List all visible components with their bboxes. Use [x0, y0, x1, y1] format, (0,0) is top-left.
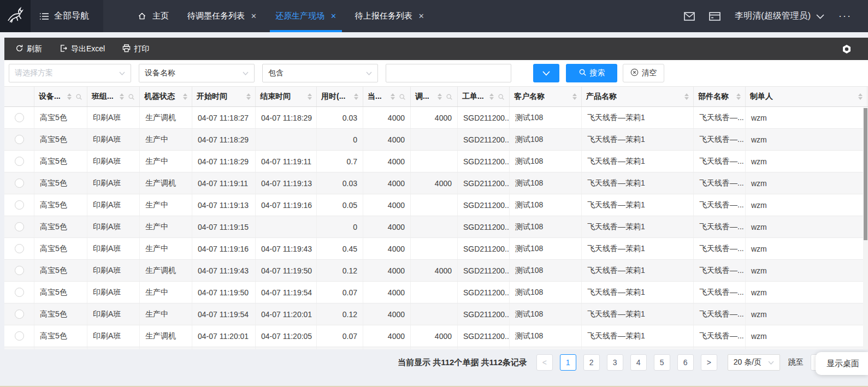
- app-logo[interactable]: [0, 0, 31, 32]
- row-radio[interactable]: [15, 178, 24, 188]
- page-button-3[interactable]: 3: [607, 354, 623, 371]
- row-radio[interactable]: [15, 309, 24, 319]
- table-row[interactable]: 高宝5色印刷A班生产中04-07 11:19:5004-07 11:19:540…: [4, 282, 868, 303]
- sort-icon[interactable]: [67, 93, 72, 100]
- column-search-icon[interactable]: [399, 93, 406, 100]
- row-radio[interactable]: [15, 200, 24, 210]
- page-button-5[interactable]: 5: [654, 354, 670, 371]
- sort-icon[interactable]: [572, 93, 577, 100]
- row-radio[interactable]: [15, 331, 24, 341]
- tab-close-icon[interactable]: ✕: [418, 12, 424, 20]
- column-header-product[interactable]: 产品名称: [582, 87, 694, 106]
- column-header-part[interactable]: 部件名称: [694, 87, 746, 106]
- clear-button[interactable]: 清空: [623, 64, 664, 82]
- page-button-1[interactable]: 1: [560, 354, 576, 371]
- row-radio[interactable]: [15, 288, 24, 297]
- page-size-select[interactable]: 20 条/页: [728, 354, 780, 371]
- mail-icon[interactable]: [684, 12, 695, 21]
- sort-icon[interactable]: [120, 93, 124, 100]
- table-row[interactable]: 高宝5色印刷A班生产调机04-07 11:20:0104-07 11:20:05…: [4, 325, 868, 347]
- sort-icon[interactable]: [354, 93, 358, 100]
- column-search-icon[interactable]: [498, 93, 505, 100]
- sort-icon[interactable]: [684, 93, 689, 100]
- column-header-adjust[interactable]: 调...: [411, 87, 458, 106]
- export-excel-button[interactable]: 导出Excel: [60, 44, 105, 54]
- page-button-4[interactable]: 4: [630, 354, 647, 371]
- sort-icon[interactable]: [489, 93, 494, 100]
- table-row[interactable]: 高宝5色印刷A班生产调机04-07 11:19:1104-07 11:19:13…: [4, 172, 868, 194]
- user-menu[interactable]: 李明清(超级管理员): [735, 10, 824, 22]
- nav-menu-button[interactable]: 全部导航: [31, 0, 103, 32]
- sort-icon[interactable]: [183, 93, 187, 100]
- row-radio[interactable]: [15, 113, 24, 122]
- nav-tab[interactable]: 还原生产现场✕: [266, 0, 346, 32]
- row-select-cell[interactable]: [4, 216, 34, 237]
- nav-tab[interactable]: 主页: [128, 0, 178, 32]
- column-header-end[interactable]: 结束时间: [256, 87, 317, 106]
- operator-select[interactable]: 包含: [262, 64, 378, 82]
- table-row[interactable]: 高宝5色印刷A班生产中04-07 11:19:1504000SGD211200.…: [4, 216, 868, 238]
- row-radio[interactable]: [15, 157, 24, 166]
- sort-icon[interactable]: [308, 93, 312, 100]
- column-search-icon[interactable]: [446, 93, 453, 100]
- table-row[interactable]: 高宝5色印刷A班生产调机04-07 11:19:4304-07 11:19:50…: [4, 260, 868, 282]
- row-select-cell[interactable]: [4, 107, 34, 128]
- sort-icon[interactable]: [736, 93, 741, 100]
- page-button-2[interactable]: 2: [583, 354, 600, 371]
- column-header-status[interactable]: 机器状态: [140, 87, 192, 106]
- sort-icon[interactable]: [858, 93, 863, 100]
- next-page-button[interactable]: >: [701, 354, 717, 371]
- row-select-cell[interactable]: [4, 282, 34, 303]
- column-header-customer[interactable]: 客户名称: [510, 87, 582, 106]
- table-row[interactable]: 高宝5色印刷A班生产中04-07 11:19:1304-07 11:19:160…: [4, 194, 868, 216]
- tab-close-icon[interactable]: ✕: [251, 12, 257, 20]
- sort-icon[interactable]: [246, 93, 251, 100]
- row-radio[interactable]: [15, 222, 24, 231]
- row-select-cell[interactable]: [4, 172, 34, 194]
- column-header-duration[interactable]: 用时(...: [317, 87, 363, 106]
- column-header-current[interactable]: 当...: [363, 87, 411, 106]
- keyword-input[interactable]: [386, 64, 511, 82]
- id-card-icon[interactable]: [709, 12, 721, 21]
- vertical-scrollbar[interactable]: [863, 108, 868, 349]
- row-select-cell[interactable]: [4, 194, 34, 216]
- row-select-cell[interactable]: [4, 238, 34, 259]
- scheme-select[interactable]: 请选择方案: [9, 64, 131, 82]
- column-header-start[interactable]: 开始时间: [192, 87, 256, 106]
- row-select-cell[interactable]: [4, 260, 34, 281]
- page-button-6[interactable]: 6: [677, 354, 694, 371]
- field-select[interactable]: 设备名称: [139, 64, 255, 82]
- column-header-creator[interactable]: 制单人: [746, 87, 867, 106]
- more-menu-icon[interactable]: ···: [839, 10, 852, 22]
- scrollbar-thumb[interactable]: [864, 108, 867, 240]
- print-button[interactable]: 打印: [122, 44, 149, 54]
- nav-tab[interactable]: 待调墨任务列表✕: [178, 0, 266, 32]
- table-settings-gear-icon[interactable]: [842, 44, 868, 54]
- table-row[interactable]: 高宝5色印刷A班生产中04-07 11:18:2904-07 11:19:110…: [4, 151, 868, 172]
- nav-tab[interactable]: 待上报任务列表✕: [346, 0, 434, 32]
- prev-page-button[interactable]: <: [536, 354, 553, 371]
- column-header-device[interactable]: 设备...: [34, 87, 87, 106]
- column-header-order[interactable]: 工单...: [458, 87, 510, 106]
- column-header-team[interactable]: 班组...: [87, 87, 140, 106]
- row-radio[interactable]: [15, 266, 24, 275]
- table-row[interactable]: 高宝5色印刷A班生产调机04-07 11:18:2704-07 11:18:29…: [4, 107, 868, 129]
- row-radio[interactable]: [15, 135, 24, 144]
- row-select-cell[interactable]: [4, 325, 34, 347]
- row-select-cell[interactable]: [4, 129, 34, 150]
- column-search-icon[interactable]: [75, 93, 82, 100]
- row-select-cell[interactable]: [4, 151, 34, 172]
- tab-close-icon[interactable]: ✕: [330, 12, 336, 20]
- row-select-cell[interactable]: [4, 303, 34, 325]
- sort-icon[interactable]: [391, 93, 395, 100]
- column-search-icon[interactable]: [128, 93, 135, 100]
- row-radio[interactable]: [15, 244, 24, 253]
- table-row[interactable]: 高宝5色印刷A班生产中04-07 11:19:1604-07 11:19:430…: [4, 238, 868, 260]
- sort-icon[interactable]: [438, 93, 442, 100]
- refresh-button[interactable]: 刷新: [15, 44, 42, 54]
- show-desktop-button[interactable]: 显示桌面: [816, 352, 868, 375]
- search-button[interactable]: 搜索: [566, 64, 617, 82]
- table-row[interactable]: 高宝5色印刷A班生产中04-07 11:18:2904000SGD211200.…: [4, 129, 868, 151]
- expand-filters-button[interactable]: [533, 64, 559, 82]
- table-row[interactable]: 高宝5色印刷A班生产中04-07 11:19:5404-07 11:20:010…: [4, 303, 868, 325]
